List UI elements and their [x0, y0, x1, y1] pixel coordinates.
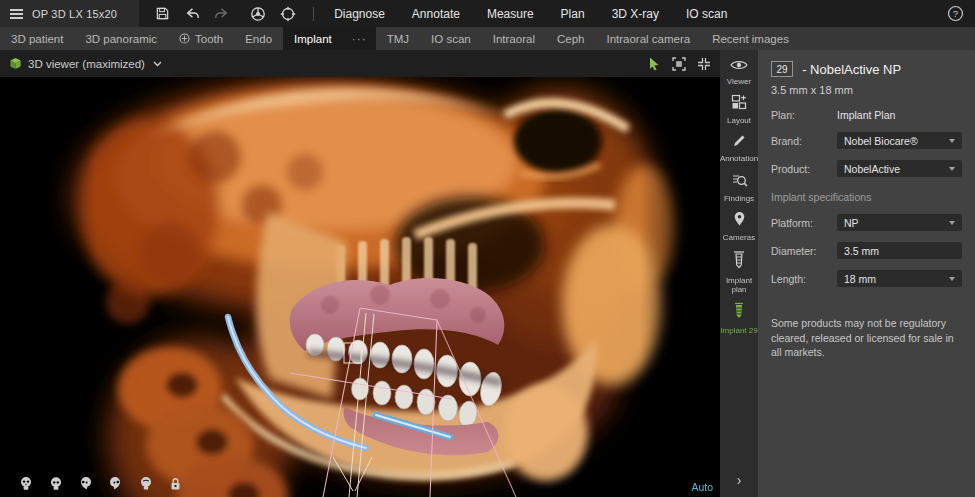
- platform-label: Platform:: [771, 217, 837, 229]
- tab-tooth[interactable]: Tooth: [168, 27, 234, 50]
- implant-properties-panel: 29 - NobelActive NP 3.5 mm x 18 mm Plan:…: [758, 50, 975, 497]
- brand-label: Brand:: [771, 135, 837, 147]
- implant-plan-icon: [731, 250, 747, 274]
- maximize-view-icon[interactable]: [672, 57, 686, 71]
- tool-annotation[interactable]: Annotation: [720, 133, 758, 163]
- cube-3d-icon: [9, 57, 22, 70]
- orientation-left-icon[interactable]: [77, 475, 94, 492]
- length-select[interactable]: 18 mm: [837, 270, 962, 287]
- tool-cameras[interactable]: Cameras: [720, 211, 758, 242]
- menu-item-plan[interactable]: Plan: [561, 7, 585, 21]
- chevron-down-icon: [949, 221, 955, 225]
- menubar: Diagnose Annotate Measure Plan 3D X-ray …: [334, 7, 727, 21]
- pointer-tool-icon[interactable]: [647, 56, 661, 71]
- undo-icon[interactable]: [183, 5, 201, 23]
- chevron-down-icon: [949, 167, 955, 171]
- implant-number-badge: 29: [771, 61, 793, 77]
- redo-icon[interactable]: [213, 5, 231, 23]
- brand-select[interactable]: Nobel Biocare®: [837, 132, 962, 149]
- orientation-back-icon[interactable]: [137, 475, 154, 492]
- tool-layout[interactable]: Layout: [720, 94, 758, 125]
- tab-3d-panoramic[interactable]: 3D panoramic: [74, 27, 168, 50]
- orientation-tilt-icon[interactable]: [47, 475, 64, 492]
- implant-title: - NobelActive NP: [802, 62, 901, 77]
- menu-item-io-scan[interactable]: IO scan: [686, 7, 727, 21]
- tab-overflow-icon[interactable]: ···: [343, 27, 376, 50]
- tab-implant[interactable]: Implant: [283, 27, 343, 50]
- auto-render-toggle[interactable]: Auto: [691, 481, 713, 493]
- platform-select[interactable]: NP: [837, 214, 962, 231]
- app-title: OP 3D LX 15x20: [32, 8, 117, 20]
- implant-dimensions: 3.5 mm x 18 mm: [771, 84, 962, 96]
- topbar-actions: [153, 5, 314, 23]
- eye-icon: [730, 57, 748, 75]
- tab-io-scan[interactable]: IO scan: [420, 27, 482, 50]
- tool-implant-29[interactable]: Implant 29: [720, 302, 758, 335]
- render-settings-icon[interactable]: [249, 5, 267, 23]
- product-label: Product:: [771, 163, 837, 175]
- pencil-icon: [732, 133, 747, 152]
- plan-label: Plan:: [771, 109, 837, 121]
- diameter-label: Diameter:: [771, 245, 837, 257]
- topbar: OP 3D LX 15x20 Diagnose Annotate Measure: [0, 0, 975, 27]
- workspace-tabbar: 3D patient 3D panoramic Tooth Endo Impla…: [0, 27, 975, 50]
- tab-tmj[interactable]: TMJ: [376, 27, 420, 50]
- layout-icon: [731, 94, 747, 114]
- viewer-body: Auto: [0, 77, 720, 497]
- tab-3d-patient[interactable]: 3D patient: [0, 27, 74, 50]
- tab-intraoral-camera[interactable]: Intraoral camera: [595, 27, 701, 50]
- implant-specifications-heading: Implant specifications: [771, 191, 962, 203]
- tooth-target-icon: [179, 33, 190, 44]
- lock-orientation-icon[interactable]: [167, 475, 184, 492]
- help-icon[interactable]: ?: [946, 5, 964, 23]
- viewer-pane: 3D viewer (maximized): [0, 50, 720, 497]
- chevron-down-icon: [949, 277, 955, 281]
- orientation-right-icon[interactable]: [107, 475, 124, 492]
- length-label: Length:: [771, 273, 837, 285]
- app-title-block: OP 3D LX 15x20: [0, 0, 139, 27]
- tab-endo[interactable]: Endo: [234, 27, 283, 50]
- tab-intraoral[interactable]: Intraoral: [482, 27, 546, 50]
- right-toolbar: Viewer Layout Annotation Findings: [720, 50, 758, 497]
- hamburger-menu-icon[interactable]: [10, 9, 23, 19]
- menu-item-measure[interactable]: Measure: [487, 7, 534, 21]
- tab-ceph[interactable]: Ceph: [546, 27, 596, 50]
- viewer-header: 3D viewer (maximized): [0, 50, 720, 77]
- app-window: OP 3D LX 15x20 Diagnose Annotate Measure: [0, 0, 975, 497]
- tool-viewer[interactable]: Viewer: [720, 57, 758, 86]
- chevron-down-icon: [949, 139, 955, 143]
- tool-implant-plan[interactable]: Implant plan: [720, 250, 758, 294]
- 3d-render-canvas[interactable]: [0, 77, 720, 497]
- crosshair-icon[interactable]: [279, 5, 297, 23]
- findings-search-icon: [731, 172, 748, 192]
- product-select[interactable]: NobelActive: [837, 160, 962, 177]
- camera-pin-icon: [733, 211, 746, 231]
- topbar-divider: [313, 7, 314, 21]
- implant-29-icon: [732, 302, 746, 324]
- tab-recent-images[interactable]: Recent images: [701, 27, 800, 50]
- plan-value: Implant Plan: [837, 109, 895, 121]
- menu-item-diagnose[interactable]: Diagnose: [334, 7, 385, 21]
- menu-item-3d-xray[interactable]: 3D X-ray: [612, 7, 659, 21]
- restore-view-icon[interactable]: [697, 57, 711, 71]
- tool-findings[interactable]: Findings: [720, 172, 758, 203]
- viewer-title: 3D viewer (maximized): [28, 58, 145, 70]
- save-icon[interactable]: [153, 5, 171, 23]
- menu-item-annotate[interactable]: Annotate: [412, 7, 460, 21]
- collapse-panel-icon[interactable]: ›: [720, 473, 758, 487]
- regulatory-disclaimer: Some products may not be regulatory clea…: [771, 316, 962, 360]
- orientation-toolbar: [17, 475, 184, 492]
- svg-text:?: ?: [952, 8, 957, 19]
- diameter-field[interactable]: 3.5 mm: [837, 242, 962, 259]
- viewer-title-chevron-icon[interactable]: [153, 61, 162, 67]
- orientation-front-icon[interactable]: [17, 475, 34, 492]
